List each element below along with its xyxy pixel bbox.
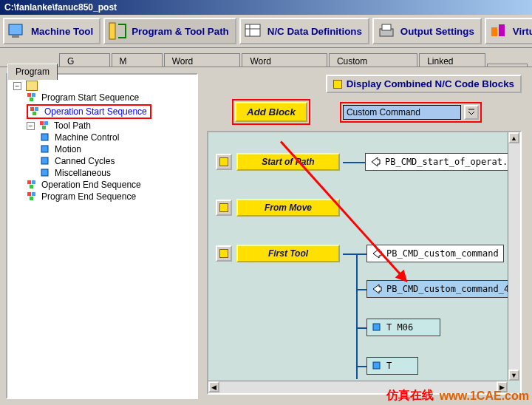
connector <box>356 253 358 379</box>
tree-machine-control[interactable]: Machine Control <box>40 132 194 143</box>
dropdown-button[interactable] <box>464 105 479 120</box>
tree-program-end[interactable]: Program End Sequence <box>27 191 194 202</box>
footer-cn: 仿真在线 <box>386 388 434 404</box>
chevron-down-icon <box>468 109 475 116</box>
svg-rect-27 <box>32 192 35 196</box>
add-block-button[interactable]: Add Block <box>235 102 307 122</box>
tree-operation-start[interactable]: Operation Start Sequence <box>27 104 151 119</box>
output-settings-label: Output Settings <box>400 26 474 37</box>
nc-data-label: N/C Data Definitions <box>267 26 362 37</box>
svg-rect-18 <box>42 126 46 129</box>
scroll-left-button[interactable]: ◀ <box>208 381 219 392</box>
svg-rect-0 <box>9 24 22 35</box>
square-icon <box>333 80 342 89</box>
tree-operation-start-label: Operation Start Sequence <box>43 106 149 117</box>
row-toggle-start[interactable] <box>216 154 232 170</box>
event-from-move[interactable]: From Move <box>236 199 340 217</box>
svg-rect-2 <box>109 23 115 39</box>
svg-rect-3 <box>245 24 260 36</box>
tree-operation-end[interactable]: Operation End Sequence <box>27 180 194 190</box>
cubes-icon <box>39 120 50 131</box>
add-block-highlight: Add Block <box>232 99 310 125</box>
block-custom-command-4[interactable]: PB_CMD_custom_command_4 <box>366 280 514 298</box>
connector <box>356 327 366 329</box>
workspace: − Program Start Sequence Operation Start… <box>0 67 532 405</box>
svg-rect-9 <box>499 24 505 36</box>
connector <box>343 253 358 255</box>
scroll-up-button[interactable]: ▲ <box>508 132 519 143</box>
svg-rect-31 <box>373 362 380 369</box>
cubes-icon <box>27 180 37 190</box>
collapse-icon[interactable]: − <box>13 82 21 90</box>
window-title: C:\fanlanke\fanuc850_post <box>4 2 117 13</box>
block-type-value: Custom Command <box>347 107 420 118</box>
folder-icon <box>26 81 38 91</box>
svg-rect-30 <box>373 324 380 330</box>
event-first-tool[interactable]: First Tool <box>236 245 340 262</box>
tree-program-start[interactable]: Program Start Sequence <box>27 92 194 103</box>
event-start-of-path[interactable]: Start of Path <box>236 153 340 171</box>
svg-rect-17 <box>44 121 48 125</box>
program-toolpath-icon <box>108 21 127 41</box>
row-toggle-from-move[interactable] <box>216 200 232 216</box>
block-type-highlight: Custom Command <box>340 102 482 123</box>
virtual-label: Virtual <box>513 26 532 37</box>
machine-tool-button[interactable]: Machine Tool <box>3 18 100 44</box>
tree-program-start-label: Program Start Sequence <box>40 92 140 103</box>
connector <box>356 366 366 367</box>
nc-data-icon <box>244 21 263 41</box>
svg-rect-22 <box>41 169 48 176</box>
display-combined-label: Display Combined N/C Code Blocks <box>347 78 514 89</box>
nc-data-button[interactable]: N/C Data Definitions <box>239 18 369 44</box>
svg-rect-15 <box>33 112 36 115</box>
connector <box>356 289 366 290</box>
svg-rect-14 <box>35 107 38 111</box>
connector <box>343 162 365 163</box>
svg-rect-11 <box>32 93 35 97</box>
virtual-icon <box>489 21 508 41</box>
virtual-button[interactable]: Virtual <box>485 18 532 44</box>
block-t[interactable]: T <box>366 357 418 375</box>
machine-tool-label: Machine Tool <box>31 26 93 37</box>
cubes-icon <box>27 191 37 202</box>
add-row: Add Block Custom Command <box>202 96 526 131</box>
svg-rect-8 <box>491 27 497 36</box>
cube-icon <box>372 322 382 333</box>
pointer-icon <box>370 157 381 167</box>
tree-motion[interactable]: Motion <box>40 144 194 154</box>
svg-rect-21 <box>41 157 48 164</box>
tree-panel: − Program Start Sequence Operation Start… <box>6 73 198 399</box>
scroll-down-button[interactable]: ▼ <box>508 370 519 381</box>
row-first-tool: First Tool <box>216 245 340 262</box>
program-toolpath-button[interactable]: Program & Tool Path <box>103 18 236 44</box>
tree-root[interactable]: − <box>13 81 194 91</box>
svg-rect-20 <box>41 146 48 152</box>
svg-rect-23 <box>27 180 31 184</box>
svg-rect-13 <box>30 107 34 111</box>
cube-icon <box>40 144 50 154</box>
cube-icon <box>40 132 50 143</box>
block-t-m06[interactable]: T M06 <box>366 319 440 336</box>
window-titlebar: C:\fanlanke\fanuc850_post <box>0 0 532 15</box>
cubes-icon <box>30 106 40 117</box>
tree-canned-cycles[interactable]: Canned Cycles <box>40 156 194 166</box>
block-type-combo[interactable]: Custom Command <box>343 105 461 120</box>
svg-rect-10 <box>27 93 31 97</box>
tree-miscellaneous[interactable]: Miscellaneous <box>40 168 194 178</box>
collapse-icon[interactable]: − <box>27 122 35 130</box>
vertical-scrollbar[interactable]: ▲ ▼ <box>508 132 520 381</box>
footer: 仿真在线 www.1CAE.com <box>386 388 529 404</box>
row-start-of-path: Start of Path <box>216 153 340 171</box>
tab-program[interactable]: Program <box>7 64 58 80</box>
cube-icon <box>40 156 50 166</box>
tree-tool-path[interactable]: − Tool Path <box>27 120 194 131</box>
output-settings-button[interactable]: Output Settings <box>372 18 482 44</box>
footer-url: www.1CAE.com <box>440 389 529 403</box>
row-toggle-first-tool[interactable] <box>216 245 232 262</box>
tree-tool-path-label: Tool Path <box>52 120 92 131</box>
svg-rect-12 <box>30 98 33 101</box>
cube-icon <box>372 361 382 371</box>
display-combined-button[interactable]: Display Combined N/C Code Blocks <box>326 75 522 93</box>
sequence-tree[interactable]: − Program Start Sequence Operation Start… <box>10 81 194 202</box>
block-start-of-operation[interactable]: PB_CMD_start_of_operat... <box>365 153 522 171</box>
